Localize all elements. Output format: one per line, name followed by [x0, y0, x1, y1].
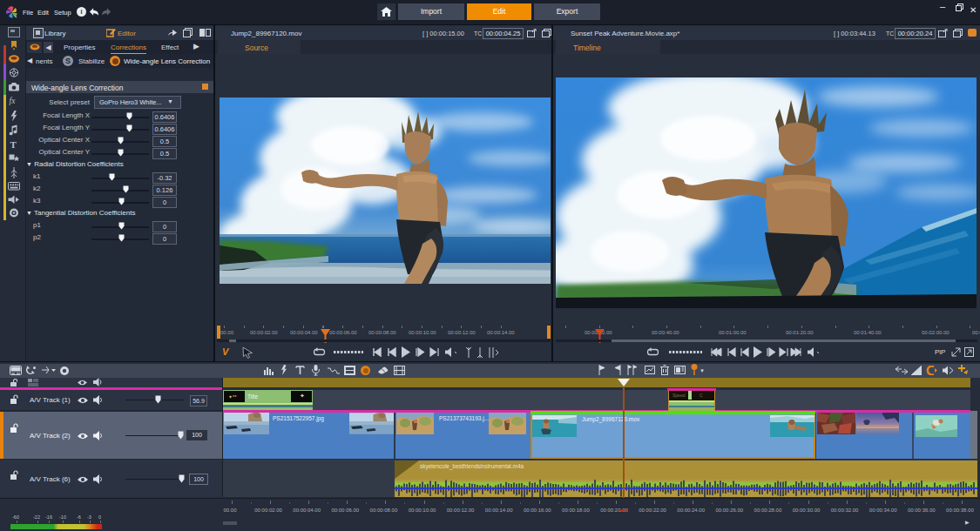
svg-text:fx: fx [10, 97, 17, 105]
svg-text:T: T [10, 139, 17, 150]
